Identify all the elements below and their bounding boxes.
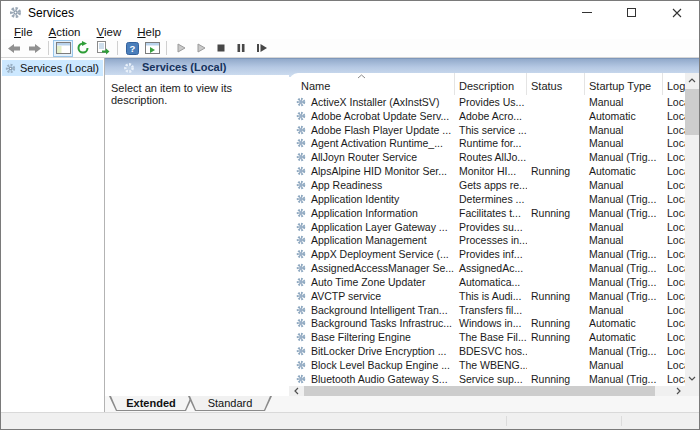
vertical-scroll-thumb[interactable]	[685, 89, 699, 135]
service-row[interactable]: AssignedAccessManager Se... AssignedAc..…	[289, 261, 685, 275]
resume-service-button[interactable]	[191, 40, 211, 57]
service-row[interactable]: AlpsAlpine HID Monitor Ser... Monitor HI…	[289, 164, 685, 178]
service-row[interactable]: Block Level Backup Engine ... The WBENG.…	[289, 358, 685, 372]
service-row[interactable]: Background Intelligent Tran... Transfers…	[289, 303, 685, 317]
forward-button[interactable]	[24, 40, 44, 57]
services-gear-icon	[123, 62, 135, 74]
service-row[interactable]: AppX Deployment Service (... Provides in…	[289, 247, 685, 261]
horizontal-scroll-thumb[interactable]	[304, 386, 655, 396]
service-startup-type: Manual (Trig...	[585, 262, 663, 274]
column-header-log-on-as[interactable]: Log	[663, 73, 685, 95]
export-list-button[interactable]	[93, 40, 113, 57]
service-name: Adobe Acrobat Update Serv...	[309, 110, 455, 122]
stop-service-button[interactable]	[211, 40, 231, 57]
show-console-tree-button[interactable]	[53, 40, 73, 57]
vertical-scrollbar[interactable]	[685, 73, 699, 386]
service-row[interactable]: Application Identity Determines ... Manu…	[289, 192, 685, 206]
service-row[interactable]: Bluetooth Audio Gateway S... Service sup…	[289, 372, 685, 386]
service-name: App Readiness	[309, 179, 455, 191]
service-startup-type: Manual (Trig...	[585, 276, 663, 288]
service-description: Gets apps re...	[455, 179, 527, 191]
pause-service-button[interactable]	[231, 40, 251, 57]
menu-action[interactable]: Action	[41, 26, 89, 38]
service-row[interactable]: Application Management Processes in... M…	[289, 233, 685, 247]
show-action-pane-icon	[145, 42, 160, 54]
forward-icon	[27, 42, 42, 55]
service-log-on-as: Loca...	[663, 304, 685, 316]
service-row[interactable]: App Readiness Gets apps re... Manual Loc…	[289, 178, 685, 192]
svg-text:?: ?	[129, 43, 135, 54]
scroll-right-button[interactable]	[671, 386, 685, 396]
service-gear-icon	[296, 277, 306, 287]
description-pane: Select an item to view its description.	[105, 75, 289, 396]
menu-file[interactable]: File	[6, 26, 41, 38]
column-header-status[interactable]: Status	[527, 73, 585, 95]
main-body: Services (Local) Services (Local) Select…	[1, 58, 699, 412]
maximize-icon	[627, 8, 636, 17]
service-startup-type: Manual	[585, 179, 663, 191]
tab-standard[interactable]: Standard	[188, 396, 272, 411]
close-button[interactable]	[654, 1, 699, 24]
service-row[interactable]: Base Filtering Engine The Base Fil... Ru…	[289, 330, 685, 344]
show-console-tree-icon	[56, 42, 71, 54]
service-status: Running	[527, 165, 585, 177]
back-button[interactable]	[4, 40, 24, 57]
maximize-button[interactable]	[609, 1, 654, 24]
service-startup-type: Manual	[585, 124, 663, 136]
service-log-on-as: Loca...	[663, 124, 685, 136]
menu-view[interactable]: View	[89, 26, 130, 38]
service-row[interactable]: Application Information Facilitates t...…	[289, 206, 685, 220]
service-gear-icon	[296, 346, 306, 356]
service-gear-icon	[296, 318, 306, 328]
service-row[interactable]: Agent Activation Runtime_... Runtime for…	[289, 137, 685, 151]
console-tree: Services (Local)	[1, 58, 105, 412]
service-description: Facilitates t...	[455, 207, 527, 219]
service-description: Service sup...	[455, 373, 527, 385]
tab-label: Standard	[189, 396, 271, 410]
service-name: Application Management	[309, 234, 455, 246]
service-gear-icon	[296, 111, 306, 121]
service-gear-icon	[296, 374, 306, 384]
tab-label: Extended	[110, 396, 192, 410]
service-row[interactable]: Application Layer Gateway ... Provides s…	[289, 220, 685, 234]
service-name: Application Identity	[309, 193, 455, 205]
service-log-on-as: Loca...	[663, 276, 685, 288]
service-startup-type: Manual (Trig...	[585, 248, 663, 260]
column-header-startup-type[interactable]: Startup Type	[585, 73, 663, 95]
scroll-left-button[interactable]	[289, 386, 303, 396]
service-name: Application Layer Gateway ...	[309, 221, 455, 233]
description-hint: Select an item to view its description.	[111, 82, 232, 106]
service-row[interactable]: Adobe Flash Player Update ... This servi…	[289, 123, 685, 137]
services-list-pane: Name Description Status Startup Type Log…	[289, 73, 699, 396]
column-header-name[interactable]: Name	[289, 73, 455, 95]
service-row[interactable]: Background Tasks Infrastruc... Windows i…	[289, 317, 685, 331]
tree-item-services-local[interactable]: Services (Local)	[2, 60, 103, 76]
refresh-button[interactable]	[73, 40, 93, 57]
service-row[interactable]: Adobe Acrobat Update Serv... Adobe Acro.…	[289, 109, 685, 123]
service-row[interactable]: BitLocker Drive Encryption ... BDESVC ho…	[289, 344, 685, 358]
service-row[interactable]: Auto Time Zone Updater Automatica... Man…	[289, 275, 685, 289]
minimize-button[interactable]	[564, 1, 609, 24]
service-log-on-as: Loca...	[663, 345, 685, 357]
service-log-on-as: Loca...	[663, 317, 685, 329]
service-row[interactable]: AllJoyn Router Service Routes AllJo... M…	[289, 150, 685, 164]
help-button[interactable]: ?	[122, 40, 142, 57]
column-header-description[interactable]: Description	[455, 73, 527, 95]
window-controls	[564, 1, 699, 24]
tab-extended[interactable]: Extended	[109, 396, 193, 411]
menu-help[interactable]: Help	[129, 26, 169, 38]
scroll-up-button[interactable]	[685, 73, 699, 88]
chevron-down-icon	[688, 376, 696, 381]
service-gear-icon	[296, 152, 306, 162]
scroll-down-button[interactable]	[685, 371, 699, 386]
window-title: Services	[28, 6, 74, 20]
start-service-button[interactable]	[171, 40, 191, 57]
service-startup-type: Automatic	[585, 331, 663, 343]
toolbar-separator	[48, 41, 49, 55]
restart-service-button[interactable]	[251, 40, 271, 57]
service-row[interactable]: AVCTP service This is Audi... Running Ma…	[289, 289, 685, 303]
horizontal-scrollbar[interactable]	[289, 386, 685, 396]
service-row[interactable]: ActiveX Installer (AxInstSV) Provides Us…	[289, 95, 685, 109]
back-icon	[7, 42, 22, 55]
show-action-pane-button[interactable]	[142, 40, 162, 57]
